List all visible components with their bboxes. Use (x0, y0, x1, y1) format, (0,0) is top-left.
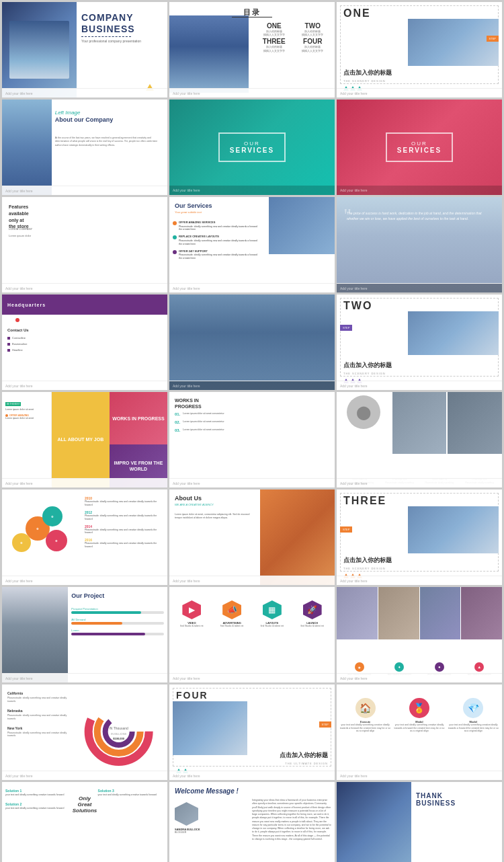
service-text-3: OFFER 24/7 SUPPORT Phasmotrude: ideally … (179, 249, 260, 260)
icon-item-video: ▶ VIDEO find Studio & talent ret (173, 600, 211, 628)
pb-label-2: AV Demand (71, 618, 164, 621)
chinese-title: 点击加入你的标题 (343, 69, 392, 77)
pb-fill-2 (71, 622, 122, 625)
medal-desc: your text and ideally something creative… (394, 723, 444, 733)
add-title-label: Add your title here (173, 188, 200, 192)
add-title-label: Add your title here (173, 579, 200, 583)
add-title-bar: Add your title here (169, 673, 335, 682)
about-us-header: About Us (175, 495, 202, 502)
toc-desc-three: 加入你的标题插插入人文文字字 (255, 45, 293, 52)
contact-dot-3 (7, 349, 10, 352)
slide-our-services-teal: OUR SERVICES Add your title here (169, 100, 335, 195)
add-title-bar: Add your title here (2, 381, 167, 390)
badge-best-company: BE THE BEST (5, 402, 21, 406)
progress-bars: Prospect Presentation AV Demand Lorem (71, 607, 164, 639)
map-location-dot (15, 318, 19, 322)
scenery-subtitle-two: THE SCENERY DESIGN (343, 372, 386, 375)
solution-item-3: Solution 3 your text and ideally somethi… (98, 789, 164, 797)
photo-circular: ⬤ (347, 395, 380, 429)
wip-header: WORKS INPROGRESS (175, 397, 202, 409)
services-label-red: SERVICES (397, 147, 442, 154)
service-dot-3 (173, 250, 177, 254)
welcome-body-text: Integrating your ideas that draw a frame… (252, 799, 331, 841)
feature-item-2: Lorem ipsum dolor (9, 234, 161, 237)
gears-visualization: ⚙ ⚙ ⚙ ⚙ (5, 496, 88, 577)
about-italic-label: Left Image (55, 110, 81, 116)
add-title-label: Add your title here (340, 384, 368, 388)
pb-item-2: AV Demand (71, 618, 164, 625)
pb-fill-3 (71, 633, 145, 635)
inv-icon-2: ♦ (394, 662, 404, 672)
sol-text-3: your text and ideally something creative… (98, 793, 164, 797)
all-about-text: ALL ABOUT MY JOB (57, 436, 103, 442)
service-box-red: OUR SERVICES (386, 132, 453, 162)
add-title-bar: Add your title here (337, 283, 502, 292)
add-title-bar: Add your title here (169, 478, 335, 487)
slide-regions: California Phasmotrude: ideally somethin… (2, 684, 167, 780)
inv-icon-3: ● (435, 662, 444, 672)
video-sub: find Studio & talent ret (173, 625, 211, 628)
add-title-label: Add your title here (5, 579, 33, 583)
slide-works-in-progress: WORKS INPROGRESS 01. Lorem ipsum dolor s… (169, 392, 335, 487)
thank-text: THANK (416, 792, 499, 799)
city-image-three (408, 506, 499, 553)
add-title-label: Add your title here (5, 481, 33, 485)
project-city-image (2, 587, 68, 682)
slide-title-area: COMPANY BUSINESS Your professional compa… (81, 12, 164, 44)
slide-service-icons: 🏠 Execute your text and ideally somethin… (337, 684, 502, 780)
orange-badge-three: STEP (340, 526, 352, 533)
slide-headquarters: Headquarters Contact Us Contactline Busi… (2, 295, 167, 390)
chinese-title-two: 点击加入你的标题 (343, 361, 392, 370)
toc-item-two: TWO 加入你的标题插插入人文文字字 (294, 22, 332, 36)
city-image-four (173, 701, 247, 755)
add-title-bar: Add your title here (2, 186, 167, 195)
contact-title: Contact Us (7, 328, 29, 332)
wip-text-2: Lorem ipsum dolor sit amet consectetur (183, 420, 224, 424)
slide-welcome-message: Welcome Message ! SANDRA BULLOCK BLOGGER… (169, 782, 335, 862)
about-us-body: Lorem ipsum dolor sit amet, consectetur … (175, 513, 257, 520)
service-icons-grid: 🏠 Execute your text and ideally somethin… (340, 698, 499, 733)
about-us-tagline: WE ARE A CREATIVE AGENCY (175, 503, 214, 506)
add-title-label: Add your title here (173, 91, 200, 95)
slide-quote: " The price of success is hard work, ded… (337, 197, 502, 292)
slide-great-solutions: Solution 1 your text and ideally somethi… (2, 782, 167, 862)
add-title-label: Add your title here (5, 384, 33, 388)
toc-title: 目录 (169, 7, 335, 17)
toc-divider (232, 17, 272, 17)
contact-item-3: Headline (7, 348, 162, 352)
feature-item-1: LOREM COMPANY (9, 227, 161, 231)
slide-icons-row: ▶ VIDEO find Studio & talent ret 📣 ADVER… (169, 587, 335, 682)
add-title-label: Add your title here (5, 774, 33, 778)
photo-item-3 (420, 587, 461, 639)
add-title-bar: Add your title here (169, 88, 335, 97)
slide-three: THREE STEP 点击加入你的标题 THE SCENERY DESIGN A… (337, 489, 502, 585)
gear-red: ⚙ (46, 530, 67, 551)
features-title: Featuresavailableonly atthe store (9, 204, 29, 230)
service-text-2: REPLACE CREATIVE LAYOUTS Phasmotrude: id… (179, 235, 260, 245)
hex-launch: 🚀 (303, 600, 322, 619)
wip-item-2: 02. Lorem ipsum dolor sit amet consectet… (175, 420, 329, 424)
add-title-label: Add your title here (340, 286, 368, 290)
icon-item-layouts: ▦ LAYOUTS find Studio & talent ret (253, 600, 292, 628)
orange-badge-four: STEP (319, 721, 331, 728)
company-subtitle: Your professional company presentation (81, 39, 164, 44)
timeline-item-2010: 2010 Phasmotrude: ideally something new … (85, 496, 164, 507)
service-dot-2 (173, 235, 177, 239)
chinese-title-three: 点击加入你的标题 (343, 556, 392, 565)
add-title-bar: Add your title here (337, 381, 502, 390)
wip-items-list: 01. Lorem ipsum dolor sit amet consectet… (175, 412, 329, 436)
gear-teal: ⚙ (42, 506, 62, 526)
chinese-title-four: 点击加入你的标题 (280, 751, 328, 760)
add-title-bar: Add your title here (169, 576, 335, 585)
about-us-city-photo (260, 489, 335, 585)
scenery-subtitle-three: THE SCENERY DESIGN (343, 567, 386, 570)
gear-yellow: ⚙ (12, 533, 31, 552)
thank-business-text: BUSINESS (416, 799, 499, 807)
slide-two: TWO STEP 点击加入你的标题 THE SCENERY DESIGN Add… (337, 295, 502, 390)
pb-item-1: Prospect Presentation (71, 607, 164, 614)
photo-3 (448, 392, 502, 454)
donut-chart-area: IN Thousand IN BILLIONS $100,000 (73, 695, 164, 769)
pb-track-3 (71, 633, 164, 635)
slide-features: Featuresavailableonly atthe store LOREM … (2, 197, 167, 292)
wip-label: WORKS IN PROGRESS (112, 416, 164, 422)
